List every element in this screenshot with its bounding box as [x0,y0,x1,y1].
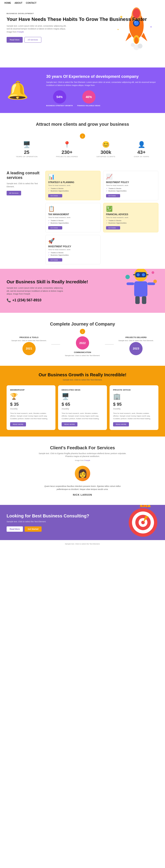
sc-sub-4: Time for lead research, work [48,249,98,251]
pb-stat-2: 46% FINANCE VALUABLE IDEAS [77,90,100,106]
sc-list-3: Trades & Stocks Business Opportunities [106,219,156,224]
years-icon: 🖥️ [16,141,37,148]
feedback-subtext: Sample text. Click to Egesta fringilla p… [38,452,127,458]
journey-title-0: PROCESS & TOOLS [7,336,51,339]
sc-title-4: INVESTMENT POLICY [48,245,98,248]
projects-label: PROJECTS DELIVERED [56,156,78,158]
projects-icon: 📍 [56,141,78,148]
nav-contact[interactable]: CONTACT [26,2,36,4]
plan-label-0: MEMBERSHIP [10,389,52,391]
sc-list-1: Trades & Stocks Business Opportunities [106,187,156,192]
svg-point-17 [142,273,145,276]
read-more-btn-1[interactable]: READ MORE [62,422,78,426]
strategy-icon: 📊 [48,174,98,180]
hero-description: Sample text. Lorem ipsum dolor sit amet,… [7,25,68,34]
experience-label: OVER 25 YEARS [134,156,149,158]
all-services-btn[interactable]: All Services [7,191,21,195]
stats-row: 🖥️ 25 YEARS OF OPERATION 📍 230+ PROJECTS… [7,141,158,158]
sc-sub-3: Time for lead research, work [106,217,156,218]
plan-price-2: $ 95 [113,402,155,407]
leading-section: A leading consult services Sample text. … [0,166,165,269]
sc-title-3: FINANCIAL ADVICES [106,213,156,216]
leading-heading: A leading consult services [7,171,42,180]
feedback-link[interactable]: Freepik [84,459,90,461]
pb-stat-1-label: BUSINESS STRATEGY GROWTH [46,105,73,106]
journey-section: Complete Journey of Company ↓ PROCESS & … [0,313,165,366]
journey-title-2: PROJECTS DELIVERD [114,336,158,339]
clients-icon: 😊 [97,141,115,148]
detail-btn-2[interactable]: Get Details → [48,226,62,229]
read-more-btn-2[interactable]: READ MORE [113,422,129,426]
sc-list-4: Trades & Stocks Business Opportunities [48,251,98,256]
all-services-button[interactable]: All Services [24,37,42,43]
detail-btn-3[interactable]: Get Details → [106,226,120,229]
pb-stat-2-label: FINANCE VALUABLE IDEAS [77,105,100,106]
pricing-card-1: DEDICATED DESK 🖥️ $ 65 /monthly Time for… [58,385,107,430]
plan-per-1: /monthly [62,408,103,410]
journey-line-2 [105,344,114,345]
list-item: Trades & Stocks [106,187,156,190]
avatar-image: 👩 [78,469,87,478]
plan-label-2: PRIVATE OFFICE [113,389,155,391]
growth-heading: Our Business Growth is Really Incredible… [7,372,158,377]
pb-description: Sample text. Click to select the Text El… [46,81,158,87]
detail-btn-0[interactable]: Get Details → [48,194,62,197]
nav-about[interactable]: ABOUT [15,2,23,4]
years-label: YEARS OF OPERATION [16,156,37,158]
sc-list-2: Trades & Stocks Business Opportunities [48,219,98,224]
hero-section: BUSINESS DEVELOPMENT Your Have Needs The… [0,6,165,67]
skill-description: Sample text. Lorem ipsum dolor sit amet,… [7,287,64,296]
plan-label-1: DEDICATED DESK [62,389,103,391]
hero-buttons: Read More All Services [7,37,158,43]
plan-icon-2: 🏢 [113,393,155,400]
svg-rect-22 [147,282,155,285]
read-more-consulting-btn[interactable]: Read More [7,526,23,532]
list-item: Trades & Stocks [48,187,98,190]
plan-icon-0: 🏆 [10,393,52,400]
stat-experience: 👤 43+ OVER 25 YEARS [134,141,149,158]
nav-home[interactable]: HOME [4,2,11,4]
navigation: HOME ABOUT CONTACT [0,0,165,6]
leading-description: Sample text. Click to select the Text El… [7,182,42,188]
review-text: Quam lacus suspendisse faucibus interdum… [38,485,127,491]
leading-left: A leading consult services Sample text. … [7,171,42,265]
feedback-heading: Client's Feedback For Services [7,445,158,451]
plan-desc-1: Time for lead research, work. Morales so… [62,412,103,420]
bell-icon: 🔔 [7,80,42,101]
experience-icon: 👤 [134,141,149,148]
svg-point-26 [153,280,157,283]
list-item: Trades & Stocks [106,219,156,222]
read-more-btn-0[interactable]: READ MORE [10,422,26,426]
pb-left: 🔔 [7,80,42,101]
get-started-btn[interactable]: Get Started [25,526,42,532]
journey-circle-2022: 2022 [76,336,89,349]
svg-rect-18 [133,274,135,275]
stat-clients: 😊 300k SATISFIED CLIENTS [97,141,115,158]
journey-desc-0: Sample text. Click to select the Text El… [7,339,51,342]
svg-point-25 [126,275,130,279]
plan-price-1: $ 65 [62,402,103,407]
hero-link[interactable]: Freepik [17,31,24,33]
svg-rect-23 [135,296,140,304]
stat-years: 🖥️ 25 YEARS OF OPERATION [16,141,37,158]
journey-desc-1: Sample text. Click to select the Text El… [60,354,105,357]
sc-title-1: INVESTMENT POLICY [106,181,156,184]
journey-desc-2: Sample text. Click to select the Text El… [114,339,158,342]
detail-btn-1[interactable]: Get Details → [106,194,120,197]
growth-section: Our Business Growth is Really Incredible… [0,366,165,437]
svg-point-39 [147,506,148,508]
svg-point-36 [140,506,141,508]
read-more-button[interactable]: Read More [7,37,23,43]
pricing-card-2: PRIVATE OFFICE 🏢 $ 95 /monthly Time for … [110,385,158,430]
journey-heading: Complete Journey of Company [7,321,158,327]
journey-circle-2021: 2021 [23,342,36,355]
svg-point-38 [144,505,146,507]
journey-line-1 [51,344,60,345]
detail-btn-4[interactable]: Get Details → [48,258,62,261]
investment-icon: 📈 [106,174,156,180]
svg-point-10 [134,44,139,50]
service-card-0: 📊 STRATEGY & PLANNING Time for lead rese… [45,171,101,200]
journey-item-2022: 2022 COMMUNICATION Sample text. Click to… [60,336,105,357]
pricing-grid: MEMBERSHIP 🏆 $ 35 /monthly Time for lead… [7,385,158,430]
skill-section: Our Business Skill is Really Incredible!… [0,269,165,313]
